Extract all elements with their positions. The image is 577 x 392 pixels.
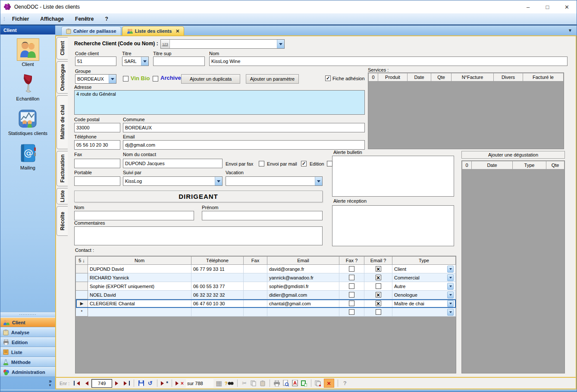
telephone-field[interactable]: 05 56 10 20 30 bbox=[74, 140, 120, 150]
contact-new-row[interactable]: * bbox=[76, 308, 456, 317]
contact-row[interactable]: DUPOND David06 77 99 33 11david@orange.f… bbox=[76, 265, 456, 273]
vtab-client[interactable]: Client bbox=[56, 37, 68, 60]
col-type[interactable]: Type bbox=[392, 257, 456, 265]
previous-record-button[interactable] bbox=[82, 379, 89, 388]
email-checkbox[interactable] bbox=[376, 283, 381, 289]
titre-sup-field[interactable] bbox=[153, 56, 205, 66]
export-data-icon[interactable] bbox=[301, 379, 307, 388]
nav-client[interactable]: Client bbox=[0, 317, 55, 327]
vtab-maitre-de-chai[interactable]: Maitre de chai bbox=[56, 95, 68, 149]
degustation-grid[interactable]: 0 Date Type Qte bbox=[461, 160, 565, 373]
contact-row[interactable]: Sophie (EXPORT uniquement)06 00 55 33 77… bbox=[76, 282, 456, 291]
vtab-liste[interactable]: Liste bbox=[56, 188, 68, 204]
fax-checkbox[interactable] bbox=[349, 309, 354, 315]
paste-icon[interactable] bbox=[259, 379, 266, 388]
copy-icon[interactable] bbox=[250, 379, 257, 388]
fax-field[interactable] bbox=[74, 159, 120, 168]
nom-field[interactable]: KissLog Wine bbox=[209, 56, 568, 66]
groupe-combo[interactable]: BORDEAUX bbox=[75, 74, 116, 84]
sidebar-item-mailing[interactable]: @ Mailing bbox=[17, 142, 39, 171]
sidebar-item-statistiques[interactable]: Statistiques clients bbox=[8, 107, 47, 136]
fax-checkbox[interactable] bbox=[349, 301, 354, 306]
contact-row-selected[interactable]: ▶ CLERGERIE Chantal06 47 60 10 30chantal… bbox=[76, 299, 456, 308]
combo-dropdown-button[interactable] bbox=[109, 75, 116, 83]
contacts-count-header[interactable]: 5 ↓ bbox=[76, 257, 88, 265]
vin-bio-checkbox[interactable] bbox=[123, 76, 129, 82]
services-grid[interactable]: 0 Produit Date Qte N°Facture Divers Fact… bbox=[368, 72, 564, 149]
sidebar-nav-grip[interactable]: ·········· bbox=[0, 312, 55, 317]
row-selector[interactable] bbox=[76, 273, 88, 282]
next-record-button[interactable] bbox=[114, 379, 121, 388]
type-dropdown-button[interactable] bbox=[447, 266, 454, 273]
cut-icon[interactable]: ✂ bbox=[241, 379, 248, 388]
email-field[interactable]: dj@gmail.com bbox=[123, 140, 365, 150]
alerte-bulletin-field[interactable] bbox=[332, 156, 454, 197]
save-icon[interactable] bbox=[138, 379, 144, 388]
sidebar-item-echantillon[interactable]: Echantillon bbox=[16, 73, 40, 102]
menu-help[interactable]: ? bbox=[99, 16, 113, 22]
vtab-oneologue[interactable]: Oneologue bbox=[56, 61, 68, 94]
col-telephone[interactable]: Téléphone bbox=[191, 257, 244, 265]
combo-dropdown-button[interactable] bbox=[141, 57, 148, 66]
vtab-recolte[interactable]: Récolte bbox=[56, 206, 68, 236]
fax-checkbox[interactable] bbox=[349, 292, 354, 298]
row-selector[interactable] bbox=[76, 265, 88, 273]
combo-dropdown-button[interactable] bbox=[215, 177, 222, 185]
new-record-button[interactable]: * bbox=[161, 379, 168, 388]
menu-fichier[interactable]: Fichier bbox=[6, 16, 34, 22]
ajouter-duplicata-button[interactable]: Ajouter un duplicata bbox=[181, 74, 240, 84]
type-dropdown-button[interactable] bbox=[447, 300, 454, 307]
email-checkbox[interactable] bbox=[376, 275, 381, 280]
col-email[interactable]: Email bbox=[267, 257, 339, 265]
tab-list-dropdown-icon[interactable]: ▼ bbox=[568, 28, 572, 33]
fiche-adhesion-checkbox[interactable] bbox=[325, 75, 331, 81]
combo-dropdown-button[interactable] bbox=[315, 177, 322, 185]
minimize-button[interactable]: – bbox=[518, 0, 538, 13]
print-preview-icon[interactable] bbox=[282, 379, 289, 388]
nav-liste[interactable]: Liste bbox=[0, 347, 55, 357]
search-client-combo[interactable]: 123 bbox=[160, 39, 285, 49]
col-nom[interactable]: Nom bbox=[88, 257, 191, 265]
nom-contact-field[interactable]: DUPOND Jacques bbox=[123, 159, 223, 168]
dirigeant-prenom-field[interactable] bbox=[202, 211, 323, 220]
print-icon[interactable] bbox=[273, 379, 280, 388]
commentaires-field[interactable] bbox=[74, 226, 323, 245]
code-client-field[interactable]: 51 bbox=[75, 56, 116, 66]
nav-edition[interactable]: Edition bbox=[0, 337, 55, 347]
email-checkbox[interactable] bbox=[376, 309, 381, 315]
fax-checkbox[interactable] bbox=[349, 283, 354, 289]
nav-methode[interactable]: Méthode bbox=[0, 357, 55, 367]
record-number-field[interactable]: 749 bbox=[91, 379, 112, 388]
fax-checkbox[interactable] bbox=[349, 275, 354, 280]
col-fax-chk[interactable]: Fax ? bbox=[339, 257, 364, 265]
email-checkbox[interactable] bbox=[376, 292, 381, 298]
close-button[interactable]: ✕ bbox=[557, 0, 577, 13]
nav-administration[interactable]: Administration bbox=[0, 367, 55, 377]
row-selector[interactable] bbox=[76, 291, 88, 299]
copy-record-icon[interactable] bbox=[315, 379, 322, 388]
vtab-facturation[interactable]: Facturation bbox=[56, 151, 68, 186]
datasheet-view-icon[interactable]: ▦ bbox=[216, 379, 223, 388]
email-checkbox[interactable] bbox=[376, 301, 381, 306]
fax-checkbox[interactable] bbox=[349, 266, 354, 272]
pdf-export-icon[interactable]: A bbox=[292, 379, 298, 388]
ajouter-parametre-button[interactable]: Ajouter un paramètre bbox=[246, 74, 299, 84]
type-dropdown-button[interactable] bbox=[447, 274, 454, 281]
envoi-fax-checkbox[interactable] bbox=[259, 161, 264, 166]
edition-checkbox[interactable] bbox=[327, 161, 332, 166]
code-postal-field[interactable]: 33000 bbox=[74, 123, 120, 132]
archiver-checkbox[interactable] bbox=[153, 76, 158, 82]
envoi-mail-checkbox[interactable] bbox=[301, 161, 307, 166]
find-icon[interactable]: ? bbox=[225, 379, 234, 388]
alerte-reception-field[interactable] bbox=[332, 205, 454, 246]
undo-icon[interactable]: ↺ bbox=[147, 379, 154, 388]
type-dropdown-button[interactable] bbox=[447, 283, 454, 290]
email-checkbox[interactable] bbox=[376, 266, 381, 272]
menu-affichage[interactable]: Affichage bbox=[34, 16, 69, 22]
combo-dropdown-button[interactable] bbox=[277, 40, 284, 48]
portable-field[interactable] bbox=[74, 176, 120, 186]
last-record-button[interactable] bbox=[123, 379, 130, 388]
type-dropdown-button[interactable] bbox=[447, 309, 454, 316]
type-dropdown-button[interactable] bbox=[447, 292, 454, 298]
delete-record-button[interactable]: × bbox=[176, 379, 184, 388]
